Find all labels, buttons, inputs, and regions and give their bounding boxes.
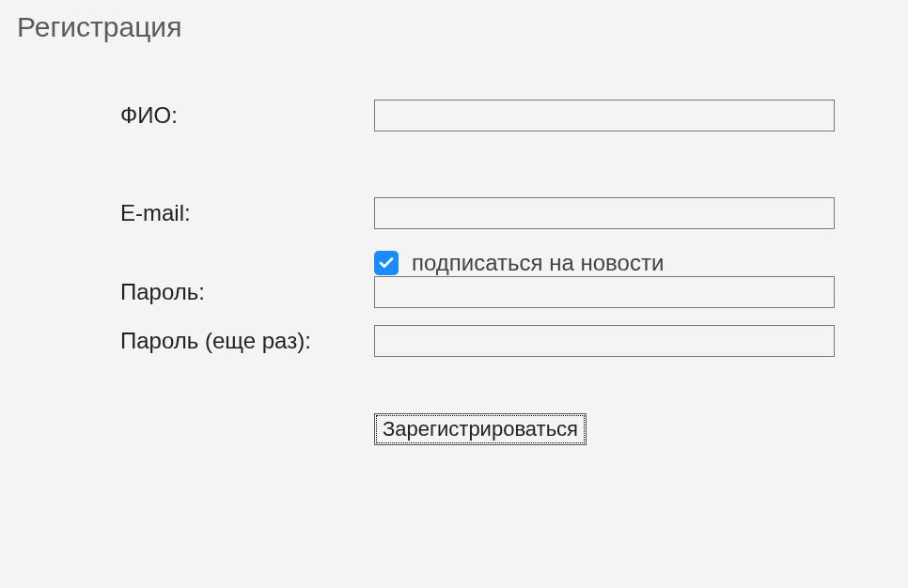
check-icon: [378, 255, 395, 271]
password-input[interactable]: [374, 276, 835, 308]
subscribe-label: подписаться на новости: [412, 250, 664, 276]
password-confirm-input[interactable]: [374, 325, 835, 357]
fio-row: ФИО:: [120, 100, 891, 132]
fio-label: ФИО:: [120, 102, 374, 129]
email-input[interactable]: [374, 197, 835, 229]
email-row: E-mail:: [120, 197, 891, 229]
password-confirm-row: Пароль (еще раз):: [120, 325, 891, 357]
password-label: Пароль:: [120, 279, 374, 305]
password-confirm-label: Пароль (еще раз):: [120, 328, 374, 354]
page-title: Регистрация: [17, 11, 891, 43]
subscribe-row: подписаться на новости: [120, 250, 891, 276]
registration-form: ФИО: E-mail: подписаться на новости Паро…: [17, 100, 891, 445]
subscribe-checkbox[interactable]: [374, 251, 399, 275]
submit-row: Зарегистрироваться: [120, 413, 891, 445]
fio-input[interactable]: [374, 100, 835, 132]
submit-button[interactable]: Зарегистрироваться: [374, 413, 587, 445]
email-label: E-mail:: [120, 200, 374, 226]
password-row: Пароль:: [120, 276, 891, 308]
